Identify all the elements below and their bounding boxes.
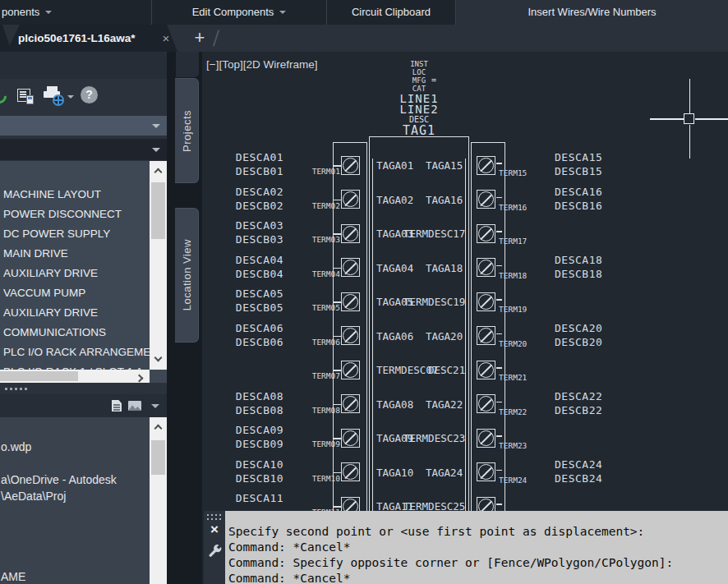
panel-splitter[interactable]	[0, 383, 167, 394]
details-text: AME	[1, 570, 25, 583]
terminal-symbol	[477, 190, 495, 209]
io-tag-overlap: TERMDESC19	[403, 296, 465, 308]
palette-titlebar	[0, 52, 167, 79]
terminal-symbol	[341, 429, 360, 448]
tree-vertical-scrollbar[interactable]	[150, 161, 167, 370]
terminal-label: TERM17	[499, 237, 527, 246]
terminal-label: TERM07	[284, 371, 340, 380]
io-tag: TAGA08	[376, 398, 413, 411]
wire-stub	[496, 470, 502, 471]
terminal-label: TERM08	[284, 406, 340, 415]
terminal-symbol	[477, 156, 495, 175]
cad-text-mfg: MFG	[412, 76, 426, 85]
wire-stub	[496, 197, 502, 199]
io-tag: TAGA06	[376, 330, 413, 343]
io-tag-overlap: TERMDESC17	[403, 228, 465, 240]
desc-text-right: DESCA18DESCB18	[555, 253, 602, 281]
tree-horizontal-scrollbar[interactable]	[0, 370, 150, 383]
terminal-label: TERM19	[499, 305, 527, 314]
io-tag: TAGA02	[376, 194, 413, 206]
terminal-symbol	[477, 429, 495, 448]
close-icon[interactable]: ×	[207, 522, 222, 537]
tree-item[interactable]: AUXILIARY DRIVE	[0, 264, 167, 283]
wire-stub	[333, 506, 341, 508]
scroll-down-button[interactable]	[150, 350, 167, 370]
tab-drawing-active[interactable]: plcio50e1761-L16awa* ×	[7, 25, 177, 52]
palette-tab-strip: Projects Location View	[175, 52, 200, 584]
menu-insert-wires[interactable]: Insert Wires/Wire Numbers	[456, 0, 728, 25]
project-dropdown[interactable]	[0, 116, 167, 136]
print-icon[interactable]	[43, 86, 64, 106]
desc-text-right: DESCA22DESCB22	[555, 389, 602, 417]
scroll-right-button[interactable]	[133, 370, 150, 383]
io-tag-overlap: DESC21	[428, 364, 465, 376]
tree-item[interactable]: POWER DISCONNECT	[0, 205, 167, 224]
tree-item[interactable]: AUXILIARY DRIVE	[0, 303, 167, 323]
tree-item[interactable]: MACHINE LAYOUT	[0, 185, 167, 205]
scrollbar-thumb[interactable]	[0, 371, 78, 381]
wire-stub	[496, 504, 502, 505]
terminal-label: TERM23	[499, 441, 527, 450]
drawing-tab-bar: plcio50e1761-L16awa* × +	[0, 25, 728, 52]
tree-item[interactable]: COMMUNICATIONS	[0, 323, 167, 343]
wire-stub	[496, 265, 502, 267]
wire-stub	[496, 299, 502, 301]
tree-item[interactable]: PLC I/O RACK ARRANGEME	[0, 343, 167, 362]
terminal-label: TERM16	[499, 203, 527, 212]
palette-toolbar: ?	[0, 79, 167, 115]
tree-item[interactable]: DC POWER SUPPLY	[0, 224, 167, 244]
cad-text-line2: LINE2	[399, 103, 438, 116]
desc-text-right: DESCA15DESCB15	[555, 150, 602, 178]
menu-circuit-clipboard[interactable]: Circuit Clipboard	[327, 0, 455, 25]
terminal-label: TERM15	[499, 168, 527, 177]
document-icon[interactable]	[112, 400, 122, 412]
terminal-symbol	[477, 258, 495, 277]
tree-item[interactable]: MAIN DRIVE	[0, 244, 167, 264]
io-tag: TAGA04	[376, 262, 413, 274]
menu-label: Edit Components	[192, 6, 274, 18]
drawing-list-dropdown[interactable]	[0, 139, 167, 160]
details-text: a\OneDrive - Autodesk	[1, 473, 117, 486]
drawing-canvas[interactable]: [−][Top][2D Wireframe] INST LOC MFG = CA…	[202, 52, 728, 584]
details-toolbar	[0, 394, 167, 417]
command-history[interactable]: Specify second point or <use first point…	[225, 511, 728, 584]
wire-stub	[333, 404, 341, 406]
scrollbar-thumb[interactable]	[151, 440, 165, 475]
project-details-icon[interactable]	[17, 89, 30, 102]
command-line-window[interactable]: × Specify second point or <use first poi…	[204, 511, 728, 584]
terminal-symbol	[341, 190, 360, 209]
menu-label: ponents	[2, 6, 39, 18]
cad-text-equals: =	[431, 76, 436, 85]
command-window-grip[interactable]: ×	[204, 511, 225, 584]
tab-label: plcio50e1761-L16awa*	[18, 25, 136, 52]
refresh-icon[interactable]	[0, 87, 9, 107]
tree-item[interactable]: VACCUM PUMP	[0, 283, 167, 303]
scrollbar-thumb[interactable]	[151, 182, 165, 239]
chevron-down-icon[interactable]	[151, 404, 159, 412]
scroll-up-button[interactable]	[150, 417, 167, 437]
crosshair-cursor	[695, 118, 728, 120]
terminal-label: TERM21	[499, 373, 527, 382]
terminal-label: TERM22	[499, 407, 527, 416]
terminal-label: TERM02	[284, 201, 340, 210]
tab-projects[interactable]: Projects	[175, 78, 199, 183]
viewport-controls[interactable]: [−][Top][2D Wireframe]	[206, 58, 317, 71]
close-icon[interactable]: ×	[159, 25, 173, 52]
wrench-icon[interactable]	[207, 544, 222, 559]
details-panel: o.wdpa\OneDrive - Autodesk\AeData\ProjAM…	[0, 417, 167, 584]
menu-edit-components[interactable]: Edit Components	[152, 0, 326, 25]
menu-components[interactable]: ponents	[0, 0, 151, 25]
chevron-down-icon[interactable]	[67, 95, 74, 102]
image-preview-icon[interactable]	[128, 401, 141, 411]
new-tab-button[interactable]: +	[190, 28, 210, 48]
scroll-up-button[interactable]	[150, 161, 167, 181]
wire-stub	[333, 268, 341, 269]
chevron-down-icon	[152, 124, 160, 132]
details-scrollbar[interactable]	[150, 417, 167, 584]
desc-text-right: DESCA24DESCB24	[555, 458, 602, 485]
terminal-symbol	[341, 361, 360, 379]
tab-location-view[interactable]: Location View	[175, 208, 199, 343]
wire-stub	[496, 333, 502, 335]
help-icon[interactable]: ?	[81, 86, 98, 103]
io-tag: TAGA16	[426, 194, 463, 206]
